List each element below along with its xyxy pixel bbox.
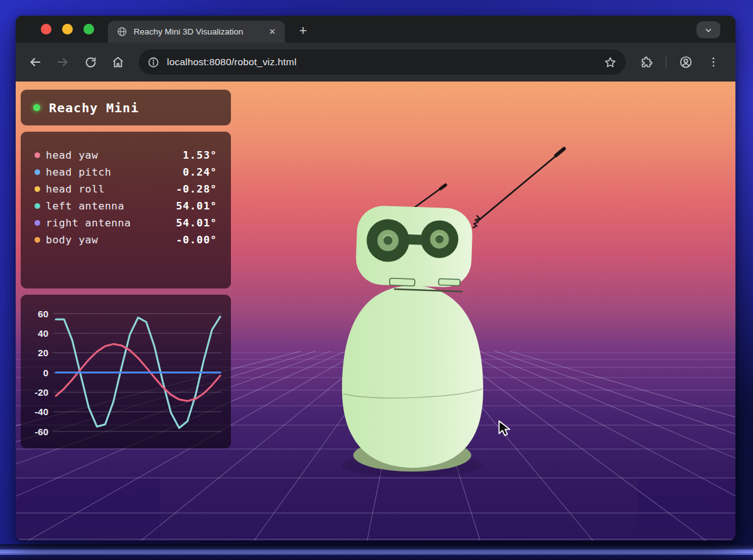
robot-head	[355, 205, 473, 288]
wallpaper-stripe	[0, 544, 753, 549]
telemetry-label: head roll	[46, 183, 105, 195]
desktop-background: Reachy Mini 3D Visualization ✕ +	[0, 0, 753, 560]
back-button[interactable]	[22, 49, 48, 75]
wallpaper-stripe	[0, 555, 753, 560]
telemetry-value: 1.53°	[183, 149, 217, 161]
globe-favicon-icon	[117, 26, 127, 37]
telemetry-label: right antenna	[46, 217, 131, 229]
tab-search-button[interactable]	[697, 21, 720, 38]
bookmark-star-icon[interactable]	[604, 56, 617, 69]
profile-avatar-icon	[679, 55, 693, 69]
telemetry-row: head pitch 0.24°	[35, 164, 217, 181]
legend-dot-body-yaw	[35, 237, 40, 243]
chart-ytick: 40	[38, 328, 48, 339]
telemetry-row: left antenna 54.01°	[35, 198, 217, 214]
telemetry-label: head pitch	[46, 166, 111, 178]
tab-close-icon[interactable]: ✕	[266, 26, 279, 38]
browser-menu-button[interactable]	[700, 49, 727, 75]
telemetry-panel: head yaw 1.53° head pitch 0.24° head rol…	[21, 132, 231, 288]
telemetry-label: left antenna	[46, 200, 124, 212]
puzzle-piece-icon	[640, 56, 653, 69]
forward-button[interactable]	[50, 49, 76, 75]
telemetry-value: 54.01°	[176, 200, 217, 212]
robot-body	[342, 285, 483, 468]
robot-neck-latch	[439, 278, 460, 285]
browser-window: Reachy Mini 3D Visualization ✕ +	[16, 16, 735, 541]
tab-title: Reachy Mini 3D Visualization	[134, 27, 260, 36]
extensions-button[interactable]	[633, 49, 660, 75]
reload-icon	[84, 56, 97, 69]
telemetry-row: head yaw 1.53°	[35, 147, 217, 164]
wallpaper-stripe	[0, 549, 753, 555]
robot-neck-latch	[390, 278, 415, 286]
browser-toolbar: localhost:8080/robot_viz.html	[16, 43, 735, 82]
telemetry-row: head roll -0.28°	[35, 181, 217, 198]
telemetry-chart: 6040200-20-40-60	[21, 295, 231, 448]
chart-ytick: -20	[35, 387, 48, 398]
telemetry-value: 54.01°	[176, 217, 217, 229]
connection-status-dot	[33, 104, 40, 111]
kebab-menu-icon	[707, 56, 720, 68]
legend-dot-head-roll	[35, 186, 40, 192]
chart-ytick: -40	[35, 406, 48, 417]
profile-button[interactable]	[673, 49, 699, 75]
chart-ytick: -60	[35, 426, 48, 437]
close-window-button[interactable]	[41, 24, 51, 34]
chart-ytick: 60	[38, 309, 48, 319]
zoom-window-button[interactable]	[83, 24, 94, 34]
legend-dot-right-antenna	[35, 220, 40, 226]
toolbar-divider	[666, 55, 666, 69]
status-panel: Reachy Mini	[21, 90, 231, 125]
home-icon	[111, 55, 125, 69]
robot-name-title: Reachy Mini	[49, 100, 139, 115]
window-controls	[16, 16, 108, 43]
telemetry-row: right antenna 54.01°	[35, 214, 217, 231]
forward-arrow-icon	[56, 55, 70, 69]
browser-tab[interactable]: Reachy Mini 3D Visualization ✕	[108, 21, 285, 43]
telemetry-value: -0.00°	[176, 234, 217, 246]
viewport-3d[interactable]: Reachy Mini head yaw 1.53° head pitch 0.…	[16, 82, 735, 541]
telemetry-label: body yaw	[46, 234, 98, 246]
legend-dot-head-yaw	[35, 152, 40, 158]
back-arrow-icon	[28, 55, 42, 69]
telemetry-label: head yaw	[46, 149, 98, 161]
chevron-down-icon	[704, 26, 713, 34]
address-bar[interactable]: localhost:8080/robot_viz.html	[139, 50, 626, 75]
home-button[interactable]	[105, 49, 131, 75]
tab-bar: Reachy Mini 3D Visualization ✕ +	[16, 16, 735, 43]
reload-button[interactable]	[77, 49, 104, 75]
telemetry-row: body yaw -0.00°	[35, 231, 217, 248]
site-info-icon[interactable]	[147, 56, 159, 68]
legend-dot-head-pitch	[35, 169, 40, 175]
new-tab-button[interactable]: +	[294, 21, 312, 40]
legend-dot-left-antenna	[35, 203, 40, 209]
telemetry-value: 0.24°	[183, 166, 217, 178]
chart-ytick: 0	[43, 367, 48, 378]
telemetry-value: -0.28°	[176, 183, 217, 195]
minimize-window-button[interactable]	[62, 24, 73, 34]
chart-ytick: 20	[38, 347, 48, 358]
telemetry-chart-panel: 6040200-20-40-60	[21, 295, 231, 448]
url-text[interactable]: localhost:8080/robot_viz.html	[167, 56, 596, 68]
